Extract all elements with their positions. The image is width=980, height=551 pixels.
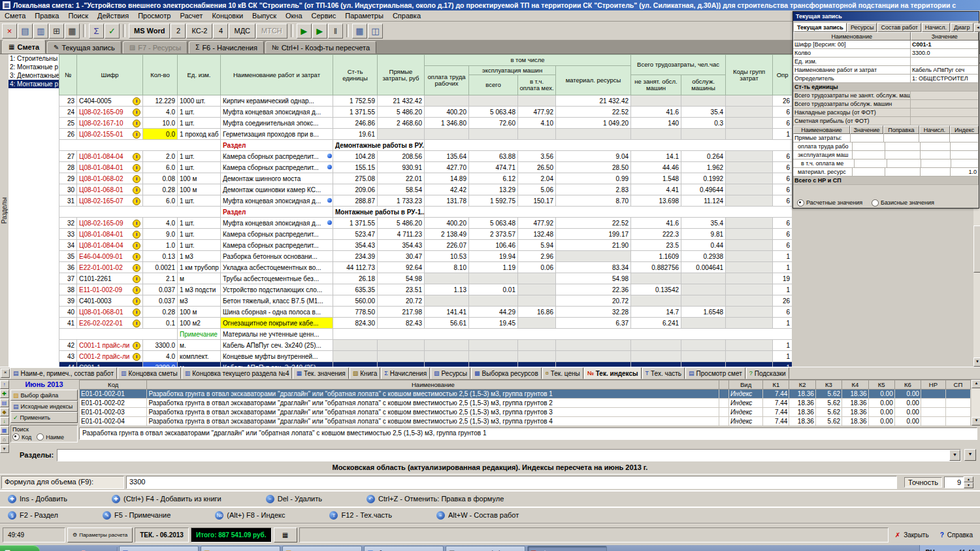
column-header-code[interactable]: Шифр xyxy=(77,55,143,95)
menu-item[interactable]: Сервис xyxy=(307,11,341,20)
column-header-materials[interactable]: материал. ресурсы xyxy=(556,66,631,95)
paste-icon[interactable]: ▥ xyxy=(33,24,48,39)
column-header-wages[interactable]: оплата труда рабочих xyxy=(425,66,469,95)
record-calc-row[interactable]: Всего с НР и СП xyxy=(793,176,979,185)
record-calc-row[interactable]: эксплуатация маш xyxy=(793,151,979,159)
menu-item[interactable]: Окна xyxy=(281,11,307,20)
grid-icon[interactable]: ▦ xyxy=(352,24,367,39)
field-value[interactable] xyxy=(911,117,979,125)
column-header-cost-groups[interactable]: Коды групп затрат xyxy=(726,55,773,95)
up-icon[interactable]: ↑ xyxy=(0,380,9,389)
winrik-icon[interactable]: Р xyxy=(78,548,89,551)
task-button[interactable]: ▤общая осп на Osp-1 xyxy=(364,546,444,551)
field-value[interactable] xyxy=(911,92,979,100)
diamond-icon[interactable]: ◆ xyxy=(0,408,9,416)
bottom-tab[interactable]: ΣНачисления xyxy=(381,367,430,379)
estimate-row[interactable]: 29Ц08-01-068-02i0.08100 мДемонтаж шинног… xyxy=(59,173,792,184)
scroll-left-icon[interactable]: ◄ xyxy=(974,24,980,32)
section-list-item[interactable]: 4: Монтажные р xyxy=(8,80,59,88)
record-panel-tab[interactable]: Текущая запись xyxy=(794,23,847,32)
folder-icon[interactable]: ▨ xyxy=(67,548,77,551)
record-field-row[interactable]: Наименование работ и затратКабель АПвПуг… xyxy=(793,66,979,75)
estimate-row[interactable]: 35Е46-04-009-01i0.131 м3Разборка бетонны… xyxy=(59,251,792,262)
view-tab[interactable]: ✎Текущая запись xyxy=(47,41,122,54)
bottom-tab[interactable]: ▥Концовка сметы xyxy=(118,367,181,379)
keyboard-icon[interactable]: ▦ xyxy=(274,527,297,543)
estimate-row[interactable]: 24Ц08-02-165-09i4.01 шт.Муфта концевая э… xyxy=(59,107,792,118)
pause-icon[interactable]: ‖ xyxy=(328,24,343,39)
info-icon[interactable]: i xyxy=(133,253,140,261)
formula-input[interactable]: 3300 xyxy=(126,476,897,489)
menu-item[interactable]: Смета xyxy=(0,11,30,20)
estimate-row[interactable]: 23С404-0005i12.2291000 шт.Кирпич керамич… xyxy=(59,95,792,107)
task-button[interactable]: ▨Тачка послед xyxy=(201,546,280,551)
estimate-row[interactable]: 30Ц08-01-068-01i0.28100 мДемонтаж ошинов… xyxy=(59,184,792,195)
hotkey-item[interactable]: ✚Ins - Добавить xyxy=(8,495,67,503)
column-header-qty[interactable]: Кол-во xyxy=(143,55,178,95)
bottom-tab[interactable]: ▧Книга xyxy=(350,367,380,379)
section-row[interactable]: РазделМонтажные работы в РУ-1... xyxy=(59,207,792,218)
menu-item[interactable]: Действия xyxy=(93,11,133,20)
info-icon[interactable]: i xyxy=(133,320,140,327)
record-field-row[interactable]: Всего трудозатраты не занят. обслуж. маш… xyxy=(793,92,979,100)
button-ks2[interactable]: КС-2 xyxy=(186,24,212,39)
info-icon[interactable]: i xyxy=(133,164,140,172)
hotkey-item[interactable]: ✚(Ctrl+) F4 - Добавить из книги xyxy=(112,495,221,503)
info-icon[interactable]: i xyxy=(133,275,140,283)
bottom-tab[interactable]: ▥Концовка текущего раздела №4 xyxy=(182,367,293,379)
base-values-radio[interactable]: Базисные значения xyxy=(872,199,934,207)
info-icon[interactable]: i xyxy=(133,297,140,305)
view-tab[interactable]: ΣF6 - Начисления xyxy=(189,41,264,54)
menu-item[interactable]: Расчет xyxy=(175,11,207,20)
hotkey-item[interactable]: ≡Alt+W - Состав работ xyxy=(436,511,519,520)
close-button[interactable]: ✗ Закрыть xyxy=(890,528,934,542)
columns-icon[interactable]: ◫ xyxy=(368,24,383,39)
column-header-unit-cost[interactable]: Ст-ть единицы xyxy=(333,55,378,95)
index-row[interactable]: Е01-01-002-01Разработка грунта в отвал э… xyxy=(80,390,971,399)
view-tab[interactable]: ▨F7 - Ресурсы xyxy=(123,41,188,54)
info-icon[interactable]: i xyxy=(133,175,140,183)
record-calc-row[interactable]: материал. ресурс1.0 xyxy=(793,168,979,176)
record-panel-tab[interactable]: Ресурсы xyxy=(847,23,877,32)
scroll-up-icon[interactable]: ▲ xyxy=(972,380,980,388)
play-icon[interactable]: ▶ xyxy=(297,24,312,39)
scroll-down-icon[interactable]: ▼ xyxy=(972,417,980,426)
column-header-labor-workers[interactable]: не занят. обсл. машин xyxy=(631,75,681,95)
bottom-tab[interactable]: ?Подсказки xyxy=(746,367,789,379)
info-icon[interactable]: i xyxy=(133,220,140,227)
hotkey-item[interactable]: №(Alt+) F8 - Индекс xyxy=(215,511,285,520)
spin-up-icon[interactable]: ▲ xyxy=(964,476,973,482)
help-button[interactable]: ? Справка xyxy=(936,528,977,542)
estimate-row[interactable]: 34Ц08-01-084-04i1.01 шт.Камера сборных р… xyxy=(59,240,792,251)
down-icon[interactable]: ↓ xyxy=(0,417,9,426)
section-list-item[interactable]: 2: Монтажные р xyxy=(8,63,59,71)
hotkey-item[interactable]: §F2 - Раздел xyxy=(8,511,58,520)
source-indices-button[interactable]: ▤Исходные индексы xyxy=(10,401,78,412)
button-2[interactable]: 2 xyxy=(171,24,186,39)
view-tab[interactable]: ▦Смета xyxy=(2,40,46,54)
indices-scrollbar[interactable]: ▲ ▼ xyxy=(972,380,980,426)
field-value[interactable]: 3300.0 xyxy=(911,49,979,58)
column-header[interactable]: Значение xyxy=(850,125,883,134)
record-panel-tab[interactable]: Начисл. xyxy=(922,23,950,32)
column-header-machines-total[interactable]: всего xyxy=(469,75,518,95)
record-field-row[interactable]: Сметная прибыль (от ФОТ) xyxy=(793,117,979,125)
estimate-row[interactable]: 33Ц08-01-084-01i9.01 шт.Камера сборных р… xyxy=(59,229,792,240)
close-panel-icon[interactable]: × xyxy=(1,369,10,378)
combobox-value[interactable] xyxy=(57,450,949,461)
calc-params-button[interactable]: ⚙ Параметры расчета xyxy=(67,527,133,543)
bottom-tab[interactable]: ¤Тек. цены xyxy=(542,367,583,379)
estimate-row[interactable]: 41Е26-02-022-01i0.1100 м2Огнезащитное по… xyxy=(59,318,792,329)
estimate-row[interactable]: 37С101-2261i2.1мТрубы асбестоцементные б… xyxy=(59,273,792,284)
menu-item[interactable]: Поиск xyxy=(63,11,92,20)
search-by-name-radio[interactable]: Наиме xyxy=(37,433,64,441)
record-panel-tab[interactable]: Диагр xyxy=(951,23,973,32)
precision-value[interactable]: 9 xyxy=(944,476,964,488)
info-icon[interactable]: i xyxy=(133,120,140,127)
scroll-down-icon[interactable]: ▼ xyxy=(973,358,980,367)
record-field-row[interactable]: Всего трудозатраты обслуж. машин xyxy=(793,100,979,109)
info-icon[interactable]: i xyxy=(133,242,140,250)
bottom-tab[interactable]: ▩Выборка ресурсов xyxy=(471,367,542,379)
record-field-row[interactable]: Накладные расходы (от ФОТ) xyxy=(793,109,979,117)
delete-icon[interactable]: × xyxy=(2,24,17,39)
